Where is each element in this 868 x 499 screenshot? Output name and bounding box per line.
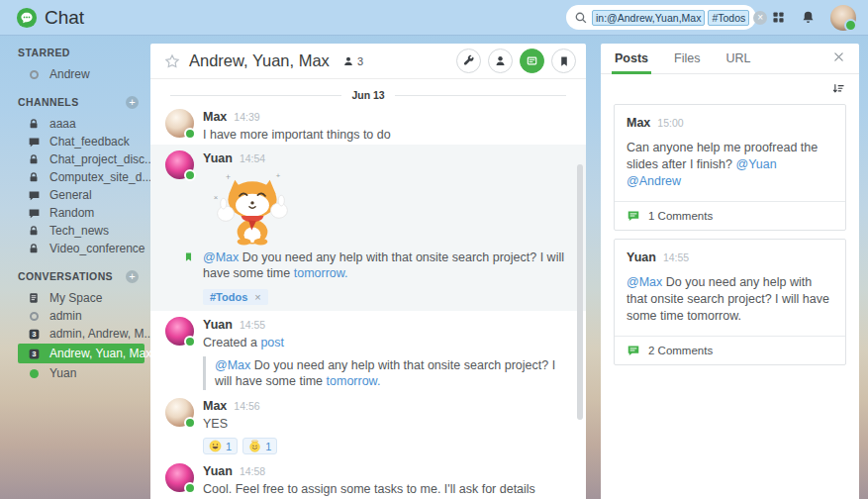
posts-board-button[interactable] — [520, 49, 544, 73]
lock-icon — [27, 118, 41, 130]
message-text: Created a post — [203, 335, 566, 350]
sidebar-item-label: Yuan — [49, 366, 76, 380]
message-max-14-39: Max14:39I have more important things to … — [150, 103, 586, 145]
message-time: 14:56 — [234, 400, 259, 412]
link-max[interactable]: @Max — [627, 275, 662, 289]
sidebar-item-admin-andrew-m[interactable]: 3admin, Andrew, M... — [0, 325, 150, 343]
sidebar-section-conversations: CONVERSATIONS+My Spaceadmin3admin, Andre… — [0, 269, 150, 382]
chat-scrollbar[interactable] — [577, 164, 583, 420]
sidebar-item-andrew[interactable]: Andrew — [0, 65, 150, 83]
highlighted-messages: Yuan14:54++×@Max Do you need any help wi… — [150, 145, 586, 311]
link-max[interactable]: @Max — [203, 250, 239, 264]
link-tomorrow[interactable]: tomorrow. — [327, 374, 381, 388]
sidebar-item-tech-news[interactable]: Tech_news — [0, 222, 150, 240]
sidebar-item-general[interactable]: General — [0, 186, 150, 204]
sort-icon[interactable] — [831, 82, 845, 96]
chat-title: Andrew, Yuan, Max — [189, 51, 330, 70]
search-input[interactable]: in:@Andrew,Yuan,Max#Todos × — [566, 5, 756, 30]
user-avatar[interactable] — [830, 5, 856, 31]
svg-text:×: × — [214, 193, 219, 202]
wrench-button[interactable] — [456, 49, 481, 73]
search-token-todos[interactable]: #Todos — [708, 10, 749, 26]
avatar-max[interactable] — [165, 398, 194, 427]
sidebar-item-yuan[interactable]: Yuan — [0, 364, 150, 382]
sidebar-item-label: Chat_feedback — [49, 135, 130, 149]
close-icon[interactable] — [832, 50, 845, 66]
post-comments[interactable]: 1 Comments — [615, 201, 845, 230]
reaction-innocent-emoji[interactable]: 1 — [242, 438, 277, 454]
message-time: 14:39 — [234, 111, 259, 123]
pinned-message: @Max Do you need any help with that onsi… — [150, 248, 586, 281]
reactions-row: 11 — [203, 438, 566, 454]
sort-row — [601, 74, 859, 96]
avatar-yuan[interactable] — [165, 317, 194, 346]
avatar-yuan[interactable] — [165, 463, 194, 492]
sidebar-item-random[interactable]: Random — [0, 204, 150, 222]
person-button[interactable] — [488, 49, 513, 73]
tab-files[interactable]: Files — [674, 44, 700, 74]
member-count[interactable]: 3 — [342, 55, 363, 67]
post-time: 15:00 — [657, 117, 683, 129]
sidebar-item-label: aaaa — [49, 117, 76, 131]
tag-todos[interactable]: #Todos× — [203, 289, 268, 305]
sidebar-item-chat-project-disc[interactable]: Chat_project_disc... — [0, 150, 150, 168]
link-tomorrow[interactable]: tomorrow. — [294, 266, 348, 280]
link-yuan[interactable]: @Yuan — [735, 157, 776, 171]
add-channels-icon[interactable]: + — [126, 96, 139, 109]
link-andrew[interactable]: @Andrew — [627, 174, 681, 188]
sidebar-item-chat-feedback[interactable]: Chat_feedback — [0, 133, 150, 150]
post-time: 14:55 — [663, 251, 689, 263]
section-title: STARRED — [18, 47, 70, 58]
tab-posts[interactable]: Posts — [615, 44, 648, 74]
post-author: Yuan — [627, 250, 656, 264]
link-post[interactable]: post — [260, 336, 284, 349]
search-clear-icon[interactable]: × — [753, 11, 767, 25]
svg-text:+: + — [276, 171, 281, 180]
message-author: Yuan — [203, 464, 233, 478]
member-count-value: 3 — [357, 55, 363, 67]
text-segment: Do you need any help with that onsite se… — [215, 358, 555, 388]
tag-remove-icon[interactable]: × — [254, 291, 260, 303]
sidebar-item-video-conference[interactable]: Video_conference — [0, 240, 150, 257]
status-offline-icon — [27, 70, 41, 79]
message-author: Yuan — [203, 151, 233, 165]
comment-icon — [627, 344, 640, 357]
favorite-star-icon[interactable] — [164, 53, 180, 69]
text-segment: I have more important things to do — [203, 128, 391, 142]
post-body: Max15:00Can anyone help me proofread the… — [615, 105, 845, 201]
date-divider: Jun 13 — [170, 89, 566, 101]
chat-logo-icon — [16, 7, 38, 29]
svg-text:+: + — [226, 172, 231, 182]
bell-icon[interactable] — [801, 10, 816, 25]
message-time: 14:55 — [240, 319, 265, 331]
tab-url[interactable]: URL — [725, 44, 750, 74]
add-conversations-icon[interactable]: + — [126, 270, 139, 283]
search-token-in-andrew-yuan-max[interactable]: in:@Andrew,Yuan,Max — [592, 10, 705, 26]
reaction-grin-emoji[interactable]: 1 — [203, 438, 238, 454]
text-segment: Cool. Feel free to assign some tasks to … — [203, 482, 535, 496]
message-header: Yuan14:54 — [203, 150, 566, 166]
sidebar-item-label: Andrew, Yuan, Max — [49, 347, 150, 360]
sidebar-item-computex-site-d[interactable]: Computex_site_d... — [0, 168, 150, 186]
message-author: Max — [203, 110, 227, 124]
section-title: CHANNELS — [18, 96, 79, 108]
app-logo[interactable]: Chat — [16, 7, 84, 29]
grin-emoji — [209, 440, 222, 452]
post-comments[interactable]: 2 Comments — [615, 336, 845, 364]
sidebar-item-andrew-yuan-max[interactable]: 3Andrew, Yuan, Max — [18, 344, 145, 363]
apps-icon[interactable] — [771, 10, 786, 25]
bookmark-icon — [558, 55, 570, 67]
top-bar: Chat in:@Andrew,Yuan,Max#Todos × — [0, 0, 868, 36]
status-online-icon — [27, 369, 41, 378]
posts-panel: PostsFilesURL Max15:00Can anyone help me… — [601, 44, 859, 499]
tag-row: #Todos× — [150, 281, 586, 305]
avatar-yuan[interactable] — [165, 150, 194, 179]
link-max[interactable]: @Max — [215, 358, 250, 372]
sidebar-item-aaaa[interactable]: aaaa — [0, 115, 150, 133]
avatar-max[interactable] — [165, 109, 194, 138]
message-list: Jun 13 Max14:39I have more important thi… — [150, 79, 586, 499]
sidebar-item-my-space[interactable]: My Space — [0, 289, 150, 307]
innocent-emoji — [248, 440, 261, 452]
bookmark-button[interactable] — [551, 49, 576, 73]
sidebar-item-admin[interactable]: admin — [0, 307, 150, 325]
